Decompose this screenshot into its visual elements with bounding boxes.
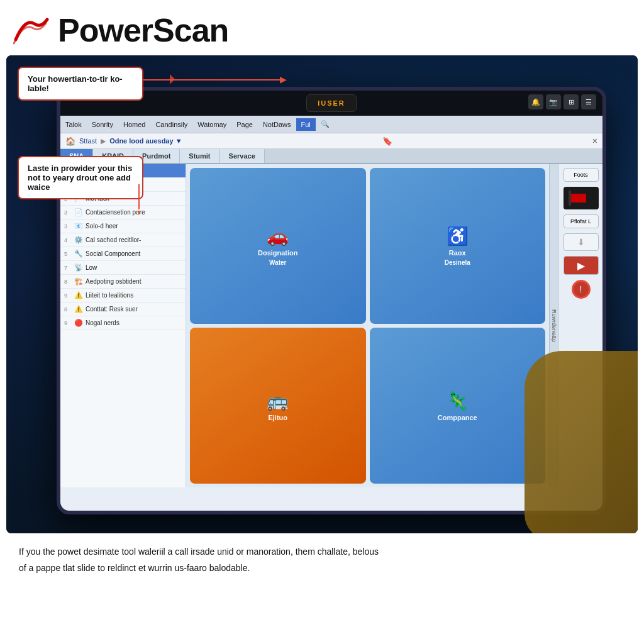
grid-cell-comppance[interactable]: 🦎 Comppance [370,328,546,484]
tablet-icon-menu[interactable]: ☰ [581,94,596,109]
tablet-icon-alert[interactable]: 🔔 [528,94,543,109]
pflot-button[interactable]: Pflofat L [564,214,599,228]
footer-text: If you the powet desimate tool waleriil … [0,533,644,591]
callout-mid: Laste in prowider your this not to yeary… [18,156,143,199]
tablet-icons-right: 🔔 📷 ⊞ ☰ [528,94,596,109]
bus-icon: 🚌 [267,391,289,411]
nav-watomay[interactable]: Watomay [192,118,231,131]
list-item-liiteit[interactable]: 9 ⚠️ Liiteit to lealitions [60,289,186,303]
play-button[interactable]: ▶ [564,256,599,275]
lizard-icon: 🦎 [447,391,469,411]
close-button[interactable]: × [592,136,597,146]
left-list: 1 🏠 Desllook 1 📋 Hold meste 2 🚩 Mot tack [60,164,186,487]
footer-line2: of a pappe tlat slide to reldinct et wur… [19,561,625,575]
tab-servace[interactable]: Servace [220,149,265,163]
nav-bar: Talok Sonrity Homed Candinsily Watomay P… [60,116,602,133]
list-item-contaci[interactable]: 3 📄 Contaciensetion pure [60,206,186,219]
footer-line1: If you the powet desimate tool waleriil … [19,545,625,558]
tablet: IUSER 🔔 📷 ⊞ ☰ Talok Sonrity Homed Candin… [57,87,606,514]
list-item-cal[interactable]: 4 ⚙️ Cal sachod recitllor- [60,233,186,247]
foots-button[interactable]: Foots [564,168,599,182]
nav-homed[interactable]: Homed [118,118,150,131]
nav-page[interactable]: Page [231,118,258,131]
list-item-low[interactable]: 7 📡 Low [60,261,186,275]
tablet-icon-camera[interactable]: 📷 [546,94,561,109]
header: PowerScan [0,0,644,55]
main-image-area: Your howertian-to-tir ko-lable! Laste in… [6,55,638,533]
bookmark-icon[interactable]: 🔖 [382,136,392,146]
list-item-social[interactable]: 5 🔧 Social Componoent [60,247,186,261]
callout-top: Your howertian-to-tir ko-lable! [18,67,143,101]
grid-cell-dosignation[interactable]: 🚗 Dosignation Water [190,168,366,324]
alert-button[interactable]: ! [572,280,591,299]
wheelchair-icon: ♿ [447,226,469,247]
grid-cell-ejituo[interactable]: 🚌 Ejituo [190,328,366,484]
breadcrumb-title[interactable]: Odne lood auesday ▼ [109,137,182,145]
breadcrumb-arrow: ▶ [101,137,106,145]
nav-ful[interactable]: Ful [296,118,316,131]
logo-text: PowerScan [58,11,228,49]
center-grid: 🚗 Dosignation Water ♿ Raox Desinela 🚌 Ej… [186,164,549,487]
tablet-icon-grid[interactable]: ⊞ [564,94,579,109]
nav-notdaws[interactable]: NotDaws [258,118,296,131]
home-icon[interactable]: 🏠 [65,136,75,146]
arrow-right [143,79,282,80]
list-item-aedpoting[interactable]: 8 🏗️ Aedpoting osbtident [60,275,186,289]
powerscan-logo-icon [13,14,50,46]
car-icon: 🚗 [267,226,289,247]
hand-holding-tablet [525,351,638,533]
tablet-camera-label: IUSER [306,94,357,112]
list-item-solo[interactable]: 3 📧 Solo-d heer [60,219,186,233]
breadcrumb-bar: 🏠 Sttast ▶ Odne lood auesday ▼ 🔖 × [60,133,602,149]
tab-stumit[interactable]: Stumit [180,149,219,163]
arrow-down-left [138,184,140,209]
list-item-nogal[interactable]: 9 🔴 Nogal nerds [60,316,186,330]
nav-talok[interactable]: Talok [60,118,87,131]
nav-search-icon[interactable]: 🔍 [316,118,335,131]
red-flag-image [564,187,599,209]
breadcrumb-home-label: Sttast [79,137,97,145]
list-item-conttat[interactable]: 8 ⚠️ Conttat: Resk suer [60,303,186,316]
grid-cell-raox[interactable]: ♿ Raox Desinela [370,168,546,324]
nav-candinsily[interactable]: Candinsily [150,118,192,131]
nav-sonrity[interactable]: Sonrity [87,118,118,131]
scroll-indicator: ⬇ [564,233,599,251]
grid-2x2: 🚗 Dosignation Water ♿ Raox Desinela 🚌 Ej… [190,168,545,484]
